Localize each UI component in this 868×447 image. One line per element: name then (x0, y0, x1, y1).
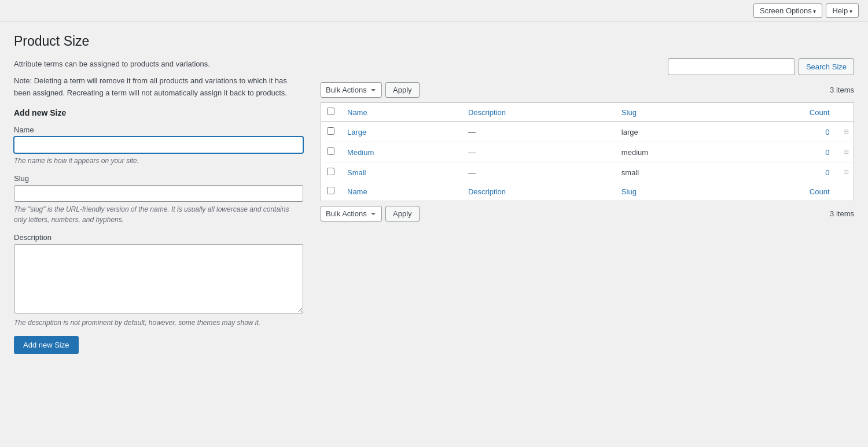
row-checkbox-cell (321, 142, 341, 162)
row-count: 0 (735, 162, 837, 183)
description-p1: Attribute terms can be assigned to produ… (14, 58, 303, 71)
description-text: Attribute terms can be assigned to produ… (14, 58, 303, 99)
row-checkbox-1[interactable] (327, 147, 334, 155)
description-hint: The description is not prominent by defa… (14, 317, 303, 328)
search-size-button[interactable]: Search Size (799, 58, 854, 75)
row-checkbox-cell (321, 162, 341, 183)
table-footer-row: Name Description Slug Count (321, 182, 854, 201)
row-checkbox-2[interactable] (327, 168, 334, 175)
header-description[interactable]: Description (461, 103, 615, 122)
term-link-0[interactable]: Large (347, 128, 366, 136)
row-name: Medium (340, 142, 461, 162)
slug-field-group: Slug The "slug" is the URL-friendly vers… (14, 174, 303, 225)
bottom-bulk-left: Bulk Actions Apply (321, 206, 420, 221)
right-panel: Search Size Bulk Actions Apply 3 items (321, 58, 854, 221)
header-name[interactable]: Name (340, 103, 461, 122)
help-button[interactable]: Help (826, 3, 859, 18)
header-slug[interactable]: Slug (615, 103, 735, 122)
footer-count[interactable]: Count (735, 182, 837, 201)
terms-table: Name Description Slug Count Large — larg… (321, 102, 854, 201)
search-row: Search Size (321, 58, 854, 75)
top-bulk-left: Bulk Actions Apply (321, 82, 420, 98)
row-description: — (461, 162, 615, 183)
row-description: — (461, 142, 615, 162)
bottom-apply-button[interactable]: Apply (385, 206, 420, 221)
name-input[interactable] (14, 136, 303, 153)
header-count[interactable]: Count (735, 103, 837, 122)
row-drag: ≡ (837, 122, 854, 142)
page-content: Product Size Attribute terms can be assi… (0, 22, 868, 365)
description-field-group: Description The description is not promi… (14, 233, 303, 328)
bottom-bulk-actions-select[interactable]: Bulk Actions (321, 206, 382, 221)
select-all-checkbox[interactable] (327, 108, 334, 115)
top-bulk-actions-select[interactable]: Bulk Actions (321, 82, 382, 98)
add-new-size-button[interactable]: Add new Size (14, 336, 79, 354)
slug-hint: The "slug" is the URL-friendly version o… (14, 204, 303, 225)
row-drag: ≡ (837, 162, 854, 183)
slug-label: Slug (14, 174, 303, 183)
top-bar: Screen Options Help (0, 0, 868, 22)
description-label: Description (14, 233, 303, 242)
drag-handle-0[interactable]: ≡ (844, 127, 849, 136)
footer-drag (837, 182, 854, 201)
row-slug: large (615, 122, 735, 142)
header-checkbox-cell (321, 103, 341, 122)
drag-handle-2[interactable]: ≡ (844, 167, 849, 177)
row-slug: small (615, 162, 735, 183)
bottom-bulk-row: Bulk Actions Apply 3 items (321, 206, 854, 221)
main-layout: Attribute terms can be assigned to produ… (14, 58, 854, 354)
screen-options-button[interactable]: Screen Options (753, 3, 822, 18)
page-title: Product Size (14, 34, 854, 49)
footer-checkbox-cell (321, 182, 341, 201)
name-hint: The name is how it appears on your site. (14, 156, 303, 166)
row-slug: medium (615, 142, 735, 162)
table-row: Large — large 0 ≡ (321, 122, 854, 142)
drag-handle-1[interactable]: ≡ (844, 147, 849, 157)
add-new-title: Add new Size (14, 108, 303, 117)
footer-slug[interactable]: Slug (615, 182, 735, 201)
table-header-row: Name Description Slug Count (321, 103, 854, 122)
row-drag: ≡ (837, 142, 854, 162)
bottom-items-count: 3 items (830, 209, 854, 218)
row-checkbox-cell (321, 122, 341, 142)
description-textarea[interactable] (14, 244, 303, 313)
term-link-2[interactable]: Small (347, 168, 366, 177)
top-apply-button[interactable]: Apply (385, 82, 420, 98)
footer-description[interactable]: Description (461, 182, 615, 201)
row-name: Small (340, 162, 461, 183)
table-row: Small — small 0 ≡ (321, 162, 854, 183)
description-p2: Note: Deleting a term will remove it fro… (14, 75, 303, 99)
left-panel: Attribute terms can be assigned to produ… (14, 58, 303, 354)
row-checkbox-0[interactable] (327, 127, 334, 135)
header-drag (837, 103, 854, 122)
top-bulk-row: Bulk Actions Apply 3 items (321, 82, 854, 98)
row-count: 0 (735, 142, 837, 162)
name-label: Name (14, 125, 303, 134)
top-items-count: 3 items (830, 86, 854, 94)
footer-name[interactable]: Name (340, 182, 461, 201)
row-name: Large (340, 122, 461, 142)
search-input[interactable] (668, 58, 795, 75)
row-description: — (461, 122, 615, 142)
select-all-footer-checkbox[interactable] (327, 187, 334, 194)
row-count: 0 (735, 122, 837, 142)
name-field-group: Name The name is how it appears on your … (14, 125, 303, 166)
table-row: Medium — medium 0 ≡ (321, 142, 854, 162)
term-link-1[interactable]: Medium (347, 148, 374, 157)
slug-input[interactable] (14, 185, 303, 202)
